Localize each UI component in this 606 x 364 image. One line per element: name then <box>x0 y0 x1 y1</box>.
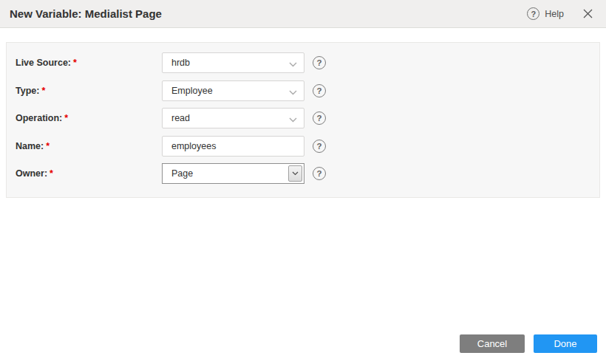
operation-value: read <box>163 113 190 123</box>
type-label: Type:* <box>16 86 162 96</box>
operation-dropdown[interactable]: read <box>162 108 304 128</box>
done-button[interactable]: Done <box>534 334 597 353</box>
select-arrow-button[interactable] <box>288 165 302 182</box>
new-variable-dialog: New Variable: Medialist Page ? Help Live… <box>0 0 606 364</box>
header-actions: ? Help <box>527 7 606 21</box>
page-title: New Variable: Medialist Page <box>0 7 162 20</box>
owner-label: Owner:* <box>16 168 162 179</box>
dialog-footer: Cancel Done <box>460 334 597 353</box>
name-input[interactable] <box>162 136 304 157</box>
name-row: Name:* ? <box>16 136 599 157</box>
operation-help-icon[interactable]: ? <box>313 111 326 125</box>
type-dropdown[interactable]: Employee <box>162 80 304 101</box>
live-source-help-icon[interactable]: ? <box>313 56 326 69</box>
required-asterisk: * <box>64 113 68 123</box>
live-source-label: Live Source:* <box>16 58 162 68</box>
type-help-icon[interactable]: ? <box>313 84 326 97</box>
chevron-down-icon <box>289 57 297 70</box>
chevron-down-icon <box>289 112 297 126</box>
dialog-header: New Variable: Medialist Page ? Help <box>0 0 606 28</box>
chevron-down-icon <box>289 84 297 97</box>
close-icon[interactable] <box>581 7 594 21</box>
required-asterisk: * <box>41 86 45 96</box>
owner-select[interactable]: Page <box>162 163 304 184</box>
form-panel: Live Source:* hrdb ? Type:* Employee ? O… <box>6 42 600 198</box>
required-asterisk: * <box>50 168 53 179</box>
live-source-value: hrdb <box>163 58 190 68</box>
owner-help-icon[interactable]: ? <box>313 167 326 180</box>
help-link[interactable]: Help <box>545 9 564 19</box>
name-label: Name:* <box>16 141 162 151</box>
cancel-button[interactable]: Cancel <box>460 334 525 353</box>
help-icon[interactable]: ? <box>527 7 539 20</box>
type-row: Type:* Employee ? <box>16 80 599 101</box>
name-help-icon[interactable]: ? <box>313 140 326 153</box>
operation-row: Operation:* read ? <box>16 108 599 128</box>
required-asterisk: * <box>73 58 77 68</box>
type-value: Employee <box>163 86 213 96</box>
required-asterisk: * <box>46 141 50 151</box>
owner-value: Page <box>163 168 193 179</box>
live-source-row: Live Source:* hrdb ? <box>16 52 599 73</box>
operation-label: Operation:* <box>16 113 162 123</box>
owner-row: Owner:* Page ? <box>16 163 599 184</box>
live-source-dropdown[interactable]: hrdb <box>162 52 304 73</box>
